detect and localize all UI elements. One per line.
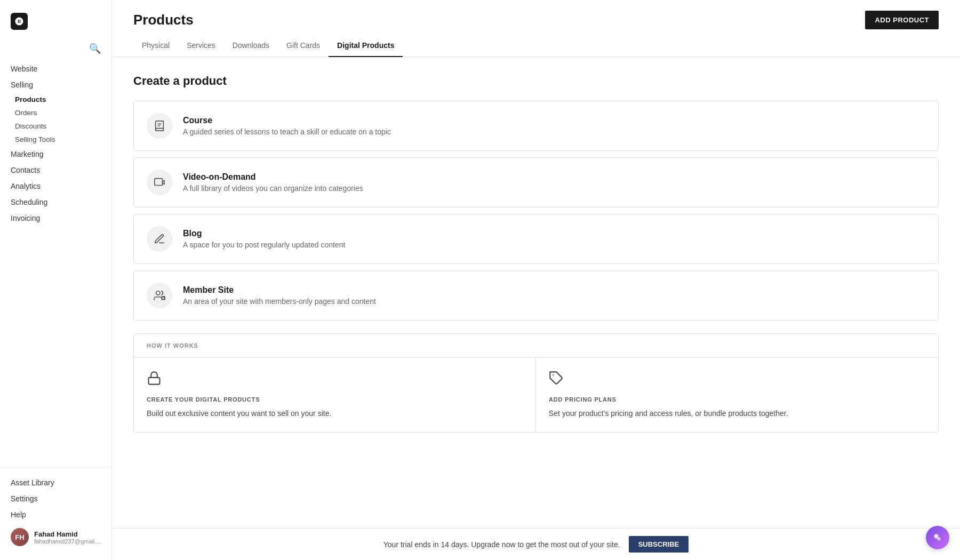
blog-icon [147,226,172,252]
sidebar-sub-item-discounts[interactable]: Discounts [0,119,111,133]
hiw-pricing-desc: Set your product's pricing and access ru… [549,408,925,419]
how-it-works-grid: CREATE YOUR DIGITAL PRODUCTS Build out e… [134,358,938,432]
sidebar-item-label: Analytics [11,182,41,190]
app-logo-icon [11,13,28,30]
hiw-pricing-label: ADD PRICING PLANS [549,396,925,403]
sidebar-item-label: Marketing [11,150,43,158]
sidebar-item-settings[interactable]: Settings [0,491,111,507]
tabs-bar: Physical Services Downloads Gift Cards D… [112,35,960,57]
hiw-create-desc: Build out exclusive content you want to … [147,408,523,419]
sidebar-logo [0,9,111,43]
product-card-blog[interactable]: Blog A space for you to post regularly u… [133,214,939,264]
tab-physical[interactable]: Physical [133,35,178,57]
sidebar-item-analytics[interactable]: Analytics [0,178,111,194]
sidebar-bottom-label: Help [11,510,26,519]
svg-rect-0 [155,179,163,186]
tab-gift-cards[interactable]: Gift Cards [278,35,329,57]
tab-services[interactable]: Services [178,35,224,57]
sidebar-item-marketing[interactable]: Marketing [0,146,111,162]
sidebar-sub-label: Discounts [15,122,46,130]
main-header: Products ADD PRODUCT [112,0,960,29]
video-desc: A full library of videos you can organiz… [183,184,925,193]
sidebar: 🔍 Website Selling Products Orders Discou… [0,0,112,560]
sidebar-bottom-label: Asset Library [11,478,54,487]
sidebar-item-invoicing[interactable]: Invoicing [0,210,111,226]
svg-point-1 [156,291,160,295]
how-it-works-section: HOW IT WORKS CREATE YOUR DIGITAL PRODUCT… [133,333,939,433]
course-name: Course [183,116,925,125]
sidebar-item-website[interactable]: Website [0,61,111,77]
create-section-title: Create a product [133,74,939,88]
sidebar-item-contacts[interactable]: Contacts [0,162,111,178]
sidebar-bottom: Asset Library Settings Help FH Fahad Ham… [0,468,111,551]
product-card-video[interactable]: Video-on-Demand A full library of videos… [133,157,939,207]
hiw-item-create: CREATE YOUR DIGITAL PRODUCTS Build out e… [134,358,536,432]
sidebar-sub-label: Products [15,95,46,103]
video-name: Video-on-Demand [183,172,925,182]
sidebar-item-label: Contacts [11,166,40,174]
sidebar-sub-item-products[interactable]: Products [0,93,111,106]
blog-name: Blog [183,229,925,238]
member-name: Member Site [183,285,925,295]
course-icon [147,113,172,139]
sidebar-item-label: Website [11,65,37,73]
user-info: Fahad Hamid fahadhamid237@gmail.... [34,530,101,545]
blog-info: Blog A space for you to post regularly u… [183,229,925,249]
lock-icon [147,371,523,389]
video-info: Video-on-Demand A full library of videos… [183,172,925,193]
tag-icon [549,371,925,389]
search-icon[interactable]: 🔍 [89,43,101,54]
member-site-icon [147,283,172,308]
sidebar-item-label: Invoicing [11,214,40,222]
main-content: Products ADD PRODUCT Physical Services D… [112,0,960,560]
hiw-create-label: CREATE YOUR DIGITAL PRODUCTS [147,396,523,403]
how-it-works-header: HOW IT WORKS [134,334,938,358]
blog-desc: A space for you to post regularly update… [183,241,925,249]
content-scroll: Create a product Course A guided series … [112,57,960,528]
chat-bubble[interactable] [926,526,949,549]
member-desc: An area of your site with members-only p… [183,297,925,306]
course-desc: A guided series of lessons to teach a sk… [183,127,925,136]
sidebar-sub-label: Orders [15,109,37,117]
add-product-button[interactable]: ADD PRODUCT [865,11,939,29]
hiw-item-pricing: ADD PRICING PLANS Set your product's pri… [536,358,938,432]
tab-downloads[interactable]: Downloads [224,35,278,57]
sidebar-item-asset-library[interactable]: Asset Library [0,475,111,491]
sidebar-item-help[interactable]: Help [0,507,111,523]
trial-text: Your trial ends in 14 days. Upgrade now … [383,540,620,549]
sidebar-sub-item-selling-tools[interactable]: Selling Tools [0,133,111,146]
member-info: Member Site An area of your site with me… [183,285,925,306]
sidebar-bottom-label: Settings [11,494,38,503]
sidebar-sub-label: Selling Tools [15,135,55,143]
user-email: fahadhamid237@gmail.... [34,538,101,545]
sidebar-item-scheduling[interactable]: Scheduling [0,194,111,210]
tab-digital-products[interactable]: Digital Products [329,35,403,57]
sidebar-item-label: Scheduling [11,198,47,206]
product-card-course[interactable]: Course A guided series of lessons to tea… [133,101,939,151]
svg-rect-3 [149,378,160,385]
subscribe-button[interactable]: SUBSCRIBE [629,536,689,553]
page-title: Products [133,12,194,28]
avatar: FH [11,528,29,546]
sidebar-sub-item-orders[interactable]: Orders [0,106,111,119]
video-icon [147,170,172,195]
sidebar-item-label: Selling [11,81,33,89]
svg-point-6 [937,537,941,541]
course-info: Course A guided series of lessons to tea… [183,116,925,136]
user-name: Fahad Hamid [34,530,101,538]
trial-bar: Your trial ends in 14 days. Upgrade now … [112,528,960,560]
sidebar-item-selling[interactable]: Selling [0,77,111,93]
user-profile[interactable]: FH Fahad Hamid fahadhamid237@gmail.... [0,523,111,551]
product-card-member-site[interactable]: Member Site An area of your site with me… [133,270,939,321]
